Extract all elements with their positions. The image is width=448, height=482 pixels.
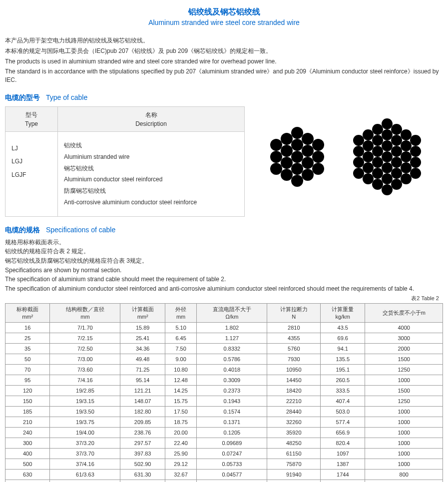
table-cell: 35920 [267, 427, 321, 438]
wire-diagrams [260, 114, 430, 199]
wire-cross-section-large-icon [345, 114, 430, 199]
type-desc: Aluminium stranded wire [64, 151, 238, 163]
spec-heading: 电缆的规格 Specifications of cable [5, 226, 443, 235]
type-col-en: Type [11, 120, 51, 127]
intro-line: The products is used in aluminium strand… [5, 57, 443, 66]
table-cell: 36.90 [165, 480, 197, 482]
table-cell: 0.03586 [197, 480, 267, 482]
type-desc: 防腐钢芯铝绞线 [64, 185, 238, 197]
table-cell: 94.1 [321, 343, 365, 354]
desc-col-en: Desicription [64, 120, 238, 127]
table-cell: 185 [5, 406, 50, 417]
table-cell: 4000 [365, 322, 443, 333]
spec-intro-line: The specification of aluminium conductor… [5, 285, 443, 293]
svg-point-51 [353, 157, 364, 168]
table-cell: 210 [5, 417, 50, 427]
table-cell: 25 [5, 333, 50, 343]
table-row: 707/3.6071.2510.800.401810950195.11250 [5, 364, 443, 375]
table-cell: 34.36 [120, 343, 165, 354]
table-row: 507/3.0049.489.000.57867930135.51500 [5, 354, 443, 364]
table-cell: 6.45 [165, 333, 197, 343]
table-cell: 631.30 [120, 469, 165, 480]
svg-point-37 [372, 135, 383, 146]
svg-point-28 [401, 140, 412, 151]
spec-col-header: 交货长度不小于m [365, 304, 443, 323]
svg-point-50 [353, 168, 364, 179]
svg-point-6 [281, 145, 293, 157]
svg-point-24 [372, 157, 383, 168]
table-cell: 19/3.75 [50, 417, 120, 427]
table-cell: 43.5 [321, 322, 365, 333]
table-cell: 1000 [365, 438, 443, 448]
svg-point-9 [312, 139, 324, 151]
table-cell: 19/4.00 [50, 427, 120, 438]
table-cell: 20.00 [165, 427, 197, 438]
svg-point-5 [281, 157, 293, 169]
table-cell: 7/2.50 [50, 343, 120, 354]
table-cell: 1000 [365, 427, 443, 438]
table-cell: 37/3.70 [50, 448, 120, 459]
table-row: 12019/2.85121.2114.250.237318420333.5150… [5, 385, 443, 396]
table-cell: 1097 [321, 448, 365, 459]
spec-col-header: 计算重量kg/km [321, 304, 365, 323]
table-cell: 14450 [267, 375, 321, 385]
table-cell: 0.3009 [197, 375, 267, 385]
svg-point-47 [382, 184, 393, 195]
table-cell: 15.89 [120, 322, 165, 333]
table-cell: 48250 [267, 438, 321, 448]
table-cell: 19/2.85 [50, 385, 120, 396]
type-desc: Aluminium conductor steel reinforced [64, 174, 238, 185]
table-cell: 19/3.15 [50, 396, 120, 406]
svg-point-42 [410, 146, 421, 157]
intro-block: 本产品为用于架空电力线路用的铝绞线及钢芯铝绞线。 本标准的规定与国际电工委员会（… [5, 36, 443, 84]
intro-line: 本标准的规定与国际电工委员会（IEC)pub 207《铝绞线》及 pub 209… [5, 47, 443, 55]
table-cell: 630 [5, 469, 50, 480]
table-cell: 0.2373 [197, 385, 267, 396]
table-row: 257/2.1525.416.451.127435569.63000 [5, 333, 443, 343]
table-cell: 22.40 [165, 438, 197, 448]
table-cell: 4355 [267, 333, 321, 343]
table-cell: 7/1.70 [50, 322, 120, 333]
table-cell: 656.9 [321, 427, 365, 438]
svg-point-38 [382, 118, 393, 129]
table-cell: 18.75 [165, 417, 197, 427]
table-cell: 0.4018 [197, 364, 267, 375]
table-cell: 150 [5, 396, 50, 406]
table-cell: 1387 [321, 459, 365, 469]
table-cell: 1000 [365, 406, 443, 417]
svg-point-35 [363, 151, 374, 162]
table-cell: 121.21 [120, 385, 165, 396]
table-cell: 5760 [267, 343, 321, 354]
table-cell: 10.80 [165, 364, 197, 375]
table-cell: 61/3.63 [50, 469, 120, 480]
spec-intro-line: Specifications are shown by normal secti… [5, 267, 443, 275]
table-cell: 407.4 [321, 396, 365, 406]
table-row: 957/4.1695.1412.480.300914450260.51000 [5, 375, 443, 385]
table-cell: 61/4.10 [50, 480, 120, 482]
table-cell: 0.05733 [197, 459, 267, 469]
table-cell: 35 [5, 343, 50, 354]
svg-point-46 [391, 179, 402, 190]
table-row: 24019/4.00238.7620.000.120535920656.9100… [5, 427, 443, 438]
spec-col-header: 直流电阻不大于Ω/km [197, 304, 267, 323]
table-cell: 1744 [321, 469, 365, 480]
table-cell: 1000 [365, 459, 443, 469]
table-cell: 400 [5, 448, 50, 459]
spec-col-header: 计算截面mm² [120, 304, 165, 323]
table-row: 40037/3.70397.8325.900.07247611501097100… [5, 448, 443, 459]
table-cell: 300 [5, 438, 50, 448]
table-cell: 1000 [365, 375, 443, 385]
svg-point-8 [302, 133, 314, 145]
svg-point-1 [291, 139, 303, 151]
table-row: 21019/3.75209.8518.750.137132260577.4100… [5, 417, 443, 427]
spec-heading-cn: 电缆的规格 [5, 226, 40, 234]
svg-point-34 [363, 162, 374, 173]
table-cell: 148.07 [120, 396, 165, 406]
table-cell: 49.48 [120, 354, 165, 364]
svg-point-41 [410, 135, 421, 146]
spec-intro-line: 铝绞线的规格应符合表 2 规定。 [5, 248, 443, 256]
table-cell: 19/3.50 [50, 406, 120, 417]
svg-point-4 [291, 163, 303, 175]
svg-point-2 [302, 145, 314, 157]
table-cell: 17.50 [165, 406, 197, 417]
